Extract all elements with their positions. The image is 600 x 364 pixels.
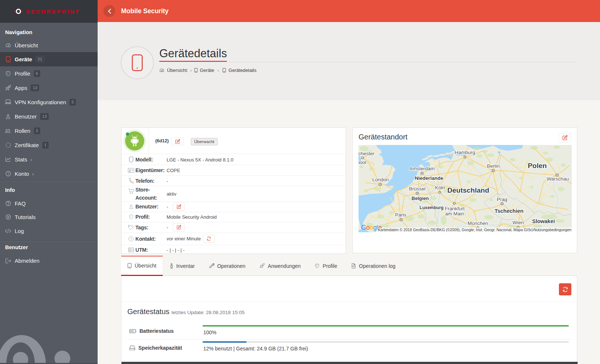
- svg-text:Hamburg: Hamburg: [455, 150, 475, 155]
- svg-text:London: London: [372, 177, 389, 182]
- svg-text:Berlin: Berlin: [487, 163, 500, 169]
- svg-text:Deutschland: Deutschland: [447, 186, 489, 194]
- svg-text:Niederlande: Niederlande: [415, 175, 443, 181]
- svg-text:SECUREPOINT: SECUREPOINT: [26, 8, 80, 15]
- svg-text:Warschau: Warschau: [547, 176, 569, 182]
- svg-text:München: München: [468, 221, 488, 226]
- svg-text:Paris: Paris: [395, 212, 407, 218]
- svg-text:Manchester: Manchester: [359, 151, 375, 156]
- svg-text:am Main: am Main: [445, 211, 464, 216]
- svg-text:Belgien: Belgien: [412, 196, 429, 201]
- svg-text:Polen: Polen: [528, 162, 547, 170]
- svg-text:Luxemburg: Luxemburg: [419, 205, 443, 210]
- svg-text:Brüssel: Brüssel: [409, 186, 425, 192]
- svg-text:Wien: Wien: [513, 220, 524, 225]
- svg-text:Amsterdam: Amsterdam: [409, 166, 434, 171]
- svg-text:Frankfurt: Frankfurt: [445, 206, 465, 211]
- svg-text:| Nutzungsbedingungen: | Nutzungsbedingungen: [531, 228, 571, 232]
- svg-text:Köln: Köln: [435, 185, 445, 190]
- svg-text:Tschechien: Tschechien: [495, 208, 524, 214]
- svg-text:Slowakei: Slowakei: [532, 218, 555, 224]
- svg-text:Prag: Prag: [497, 197, 508, 202]
- svg-text:Kartendaten © 2018 GeoBasis-DE: Kartendaten © 2018 GeoBasis-DE/BKG (©200…: [378, 228, 537, 232]
- svg-text:Liverpool: Liverpool: [359, 160, 366, 165]
